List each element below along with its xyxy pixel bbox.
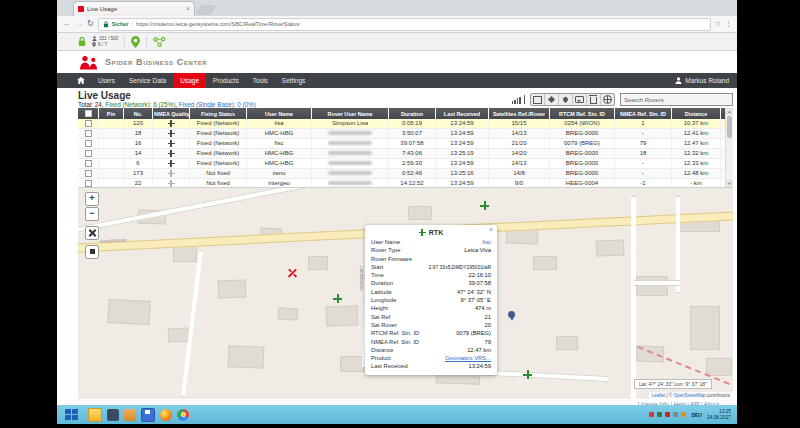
column-header-satellites-ref-rover[interactable]: Satellites Ref./Rover xyxy=(489,108,550,119)
row-checkbox[interactable] xyxy=(85,130,92,137)
tray-icon[interactable] xyxy=(665,412,670,417)
column-header-user-name[interactable]: User Name xyxy=(247,108,312,119)
row-checkbox[interactable] xyxy=(85,180,92,187)
popup-row: Duration39:07:58 xyxy=(371,279,491,287)
column-header-rtcm-ref-stn-id[interactable]: RTCM Ref. Stn. ID xyxy=(550,108,615,119)
scroll-down-icon[interactable]: ▼ xyxy=(726,180,733,187)
tab-close-icon[interactable]: × xyxy=(186,6,190,12)
footer-link-about[interactable]: About xyxy=(704,401,719,406)
nav-item-service-data[interactable]: Service Data xyxy=(122,73,173,88)
location-pin-icon[interactable] xyxy=(131,36,140,48)
delete-button[interactable] xyxy=(587,94,601,105)
clock[interactable]: 13:25 24.08.2017 xyxy=(707,409,731,420)
column-header-distance[interactable]: Distance xyxy=(672,108,721,119)
nav-item-tools[interactable]: Tools xyxy=(246,73,275,88)
column-header-no-[interactable]: No. xyxy=(124,108,153,119)
column-header-duration[interactable]: Duration xyxy=(389,108,436,119)
table-row[interactable]: 6Fixed (Network)HMC-HBG2:59:3013:24:5914… xyxy=(78,159,733,169)
url-field[interactable]: Sicher | https://nrsdemo.leica-geosystem… xyxy=(98,18,711,31)
firefox-icon[interactable] xyxy=(160,409,172,421)
table-row[interactable]: 173Not fixedzeno0:52:4613:25:1614/8BREG-… xyxy=(78,169,733,179)
row-checkbox[interactable] xyxy=(85,160,92,167)
nav-item-users[interactable]: Users xyxy=(91,73,122,88)
leaflet-link[interactable]: Leaflet xyxy=(652,393,666,398)
reference-station-marker[interactable] xyxy=(508,311,515,318)
nav-item-products[interactable]: Products xyxy=(206,73,246,88)
file-explorer-icon[interactable] xyxy=(88,408,102,422)
scroll-thumb[interactable] xyxy=(727,116,732,138)
popup-close-icon[interactable]: × xyxy=(489,227,493,233)
column-header-fixing-status[interactable]: Fixing Status xyxy=(190,108,247,119)
row-checkbox[interactable] xyxy=(85,140,92,147)
row-checkbox[interactable] xyxy=(85,120,92,127)
map-button[interactable] xyxy=(531,94,545,105)
column-header-pin[interactable]: Pin xyxy=(99,108,124,119)
table-row[interactable]: 18Fixed (Network)HMC-HBG3:50:0713:24:591… xyxy=(78,129,733,139)
account-area[interactable]: Markus Roland xyxy=(675,73,729,88)
app-icon[interactable] xyxy=(124,409,136,421)
search-input[interactable] xyxy=(620,93,733,106)
footer-link-help[interactable]: Help xyxy=(674,401,686,406)
nav-home[interactable] xyxy=(71,73,91,88)
back-icon[interactable]: ← xyxy=(63,19,71,29)
language-indicator[interactable]: DEU xyxy=(691,412,702,418)
location-button[interactable] xyxy=(559,94,573,105)
table-row[interactable]: 16Fixed (Network)fisc39:07:5813:24:5921/… xyxy=(78,139,733,149)
nav-item-settings[interactable]: Settings xyxy=(275,73,313,88)
popup-row-label: Product xyxy=(371,354,391,362)
tab-title: Live Usage xyxy=(87,6,183,12)
column-header-rover-user-name[interactable]: Rover User Name xyxy=(312,108,389,119)
rover-marker-green[interactable] xyxy=(333,294,342,303)
map[interactable]: Hauptstrasse Landstrasse + − xyxy=(78,187,733,399)
row-checkbox[interactable] xyxy=(85,170,92,177)
spider-status-strip: 151 / 500 6 / 7 xyxy=(57,33,737,51)
start-button[interactable] xyxy=(65,409,79,421)
osm-link[interactable]: OpenStreetMap xyxy=(673,393,705,398)
column-header-last-received[interactable]: Last Received xyxy=(436,108,489,119)
row-checkbox[interactable] xyxy=(85,150,92,157)
footer-link-api[interactable]: API xyxy=(690,401,699,406)
select-all-checkbox[interactable] xyxy=(85,110,92,117)
tray-icon[interactable] xyxy=(649,412,654,417)
rover-marker-green[interactable] xyxy=(480,201,489,210)
chrome-icon[interactable] xyxy=(177,409,189,421)
forward-icon[interactable]: → xyxy=(75,19,83,29)
column-header-nmea-quality[interactable]: NMEA Quality xyxy=(153,108,190,119)
new-tab-button[interactable] xyxy=(196,5,217,15)
table-scrollbar[interactable]: ▲ ▼ xyxy=(725,108,733,187)
app-icon[interactable] xyxy=(107,409,119,421)
reload-icon[interactable]: ↻ xyxy=(87,19,94,29)
web-button[interactable] xyxy=(601,94,614,105)
browser-menu-icon[interactable]: ⋮ xyxy=(725,20,731,28)
users-count-icon xyxy=(92,36,97,41)
popup-row: RTCM Ref. Stn. ID0079 (BREG) xyxy=(371,329,491,337)
nav-item-usage[interactable]: Usage xyxy=(173,73,206,88)
popup-row-value[interactable]: fisc xyxy=(482,238,491,246)
extent-button[interactable] xyxy=(85,245,99,259)
zoom-in-button[interactable]: + xyxy=(85,192,99,206)
popup-row-label: Duration xyxy=(371,279,393,287)
rover-marker-red[interactable] xyxy=(287,268,298,279)
rover-button[interactable] xyxy=(545,94,559,105)
tray-icon[interactable] xyxy=(673,412,678,417)
rover-toolbar xyxy=(512,93,734,108)
bookmark-star-icon[interactable]: ☆ xyxy=(715,20,721,28)
users-count: 151 / 500 xyxy=(99,36,118,41)
footer-link-license-info[interactable]: License Info xyxy=(638,401,669,406)
browser-tab[interactable]: Live Usage × xyxy=(73,1,195,16)
table-row[interactable]: 120Fixed (Network)lisaSimpson Lisa0:05:1… xyxy=(78,119,733,129)
scroll-up-icon[interactable]: ▲ xyxy=(726,108,733,115)
fullscreen-button[interactable] xyxy=(85,226,99,240)
tray-icon[interactable] xyxy=(681,412,686,417)
column-header-nmea-ref-stn-id[interactable]: NMEA Ref. Stn. ID xyxy=(615,108,672,119)
network-nodes-icon[interactable] xyxy=(153,37,166,47)
popup-row-value[interactable]: Geomatics VRS... xyxy=(445,354,491,362)
table-row[interactable]: 14Fixed (Network)HMC-HBG7:43:0613:25:191… xyxy=(78,149,733,159)
tray-icon[interactable] xyxy=(657,412,662,417)
zoom-out-button[interactable]: − xyxy=(85,207,99,221)
app-icon[interactable] xyxy=(141,408,155,422)
table-row[interactable]: 22Not fixedintergeo14:12:5213:24:599/0HE… xyxy=(78,179,733,188)
select-all-header[interactable] xyxy=(78,108,99,119)
message-button[interactable] xyxy=(573,94,587,105)
rover-marker-green[interactable] xyxy=(523,370,532,379)
